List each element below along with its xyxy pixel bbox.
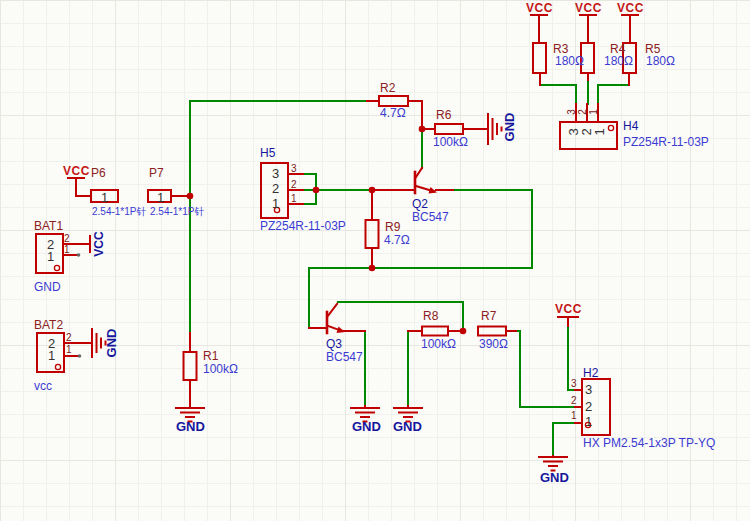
h2-pin-number-2: 2 — [571, 396, 577, 406]
pin1-markers — [54, 125, 613, 427]
bat2-pin-number-2: 2 — [66, 333, 72, 343]
h5-pin-name-1: 1 — [272, 197, 279, 210]
gnd-label-rotated[interactable]: GND — [105, 329, 118, 358]
vcc-label[interactable]: VCC — [555, 303, 582, 315]
q3-designator[interactable]: Q3 — [326, 338, 342, 350]
bat1-designator[interactable]: BAT1 — [34, 220, 63, 232]
connector-bodies — [36, 122, 617, 435]
gnd-flag-h2 — [539, 456, 567, 471]
schematic-canvas: VCC VCC VCC VCC VCC VCC GND GND GND GND … — [0, 0, 750, 521]
resistor-r8[interactable] — [422, 327, 448, 336]
q3-value[interactable]: BC547 — [326, 351, 363, 363]
bat2-value[interactable]: vcc — [34, 380, 52, 392]
vcc-label[interactable]: VCC — [575, 2, 602, 14]
vcc-flag-r3 — [531, 15, 547, 43]
wire-net[interactable] — [190, 80, 629, 456]
r6-designator[interactable]: R6 — [436, 109, 451, 121]
gnd-label[interactable]: GND — [352, 420, 381, 433]
bat2-designator[interactable]: BAT2 — [34, 319, 63, 331]
gnd-label[interactable]: GND — [393, 420, 422, 433]
h2-pin-number-3: 3 — [571, 379, 577, 389]
r6-value[interactable]: 100kΩ — [433, 136, 468, 148]
r4-value[interactable]: 180Ω — [604, 55, 633, 67]
vcc-label[interactable]: VCC — [63, 165, 90, 177]
vcc-label[interactable]: VCC — [617, 2, 644, 14]
r9-value[interactable]: 4.7Ω — [384, 234, 410, 246]
h4-value[interactable]: PZ254R-11-03P — [623, 136, 709, 148]
q2-value[interactable]: BC547 — [412, 211, 449, 223]
bat1-pin-name-1: 1 — [47, 250, 54, 263]
p7-pin-name-1: 1 — [157, 191, 164, 204]
bat2-pin-number-1: 1 — [66, 345, 72, 355]
gnd-flag-r6-rotated — [488, 114, 502, 144]
h4-pin-number-1: 1 — [589, 109, 599, 115]
vcc-label-rotated[interactable]: VCC — [93, 231, 105, 256]
vcc-flag-p6 — [68, 178, 91, 196]
q3-emitter-arrow — [337, 327, 346, 334]
h5-pin-name-2: 2 — [272, 182, 279, 195]
h2-pin-name-3: 3 — [585, 383, 592, 396]
r2-designator[interactable]: R2 — [380, 82, 395, 94]
transistor-q3[interactable] — [309, 304, 345, 333]
h5-pin-name-3: 3 — [272, 167, 279, 180]
h4-pin-number-3: 3 — [567, 109, 577, 115]
h2-designator[interactable]: H2 — [583, 367, 598, 379]
h5-pin-number-1: 1 — [291, 194, 297, 204]
gnd-label[interactable]: GND — [176, 420, 205, 433]
bat1-pin-number-2: 2 — [64, 234, 70, 244]
q2-designator[interactable]: Q2 — [412, 198, 428, 210]
r2-value[interactable]: 4.7Ω — [380, 107, 406, 119]
r7-value[interactable]: 390Ω — [479, 338, 508, 350]
r9-designator[interactable]: R9 — [385, 221, 400, 233]
resistor-r3[interactable] — [533, 43, 546, 73]
vcc-flag-r5 — [622, 15, 638, 43]
resistor-r6[interactable] — [435, 124, 463, 134]
p6-pin-name-1: 1 — [101, 191, 108, 204]
r3-value[interactable]: 180Ω — [555, 55, 584, 67]
vcc-flag-r4 — [580, 15, 596, 43]
resistor-r1[interactable] — [184, 352, 197, 380]
h5-pin-number-3: 3 — [291, 164, 297, 174]
h5-pin-number-2: 2 — [291, 180, 297, 190]
component-pins[interactable] — [63, 73, 629, 423]
gnd-label[interactable]: GND — [540, 471, 569, 484]
h5-value[interactable]: PZ254R-11-03P — [260, 220, 346, 232]
resistor-r7[interactable] — [478, 327, 506, 336]
r1-value[interactable]: 100kΩ — [203, 363, 238, 375]
p7-designator[interactable]: P7 — [149, 167, 164, 179]
p6-designator[interactable]: P6 — [91, 167, 106, 179]
h4-pin-number-2: 2 — [578, 109, 588, 115]
r7-designator[interactable]: R7 — [481, 310, 496, 322]
h4-pin-name-1: 1 — [593, 128, 606, 135]
resistor-r2[interactable] — [379, 96, 408, 106]
resistor-r9[interactable] — [366, 220, 379, 248]
bat1-pin-number-1: 1 — [64, 245, 70, 255]
bat2-pin-name-1: 1 — [48, 349, 55, 362]
h2-pin-number-1: 1 — [571, 411, 577, 421]
r8-value[interactable]: 100kΩ — [421, 338, 456, 350]
h5-designator[interactable]: H5 — [260, 147, 275, 159]
r8-designator[interactable]: R8 — [423, 310, 438, 322]
h4-designator[interactable]: H4 — [623, 120, 638, 132]
p6-value[interactable]: 2.54-1*1P针 — [92, 207, 146, 217]
p7-value[interactable]: 2.54-1*1P针 — [150, 207, 204, 217]
vcc-flag-h2 — [558, 317, 578, 326]
vcc-label[interactable]: VCC — [526, 2, 553, 14]
gnd-label-rotated[interactable]: GND — [503, 113, 516, 142]
h2-pin-name-1: 1 — [585, 415, 592, 428]
r5-value[interactable]: 180Ω — [646, 55, 675, 67]
r1-designator[interactable]: R1 — [203, 350, 218, 362]
h2-pin-name-2: 2 — [585, 400, 592, 413]
transistor-q2[interactable] — [372, 168, 437, 194]
h2-value[interactable]: HX PM2.54-1x3P TP-YQ — [583, 437, 715, 449]
bat1-value[interactable]: GND — [34, 281, 61, 293]
